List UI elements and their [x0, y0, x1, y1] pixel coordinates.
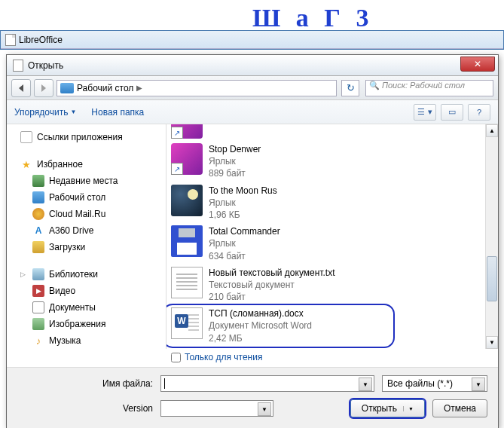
- shortcut-icon: [171, 143, 203, 175]
- sidebar-item-video[interactable]: ▶Видео: [7, 283, 166, 299]
- sidebar-libraries[interactable]: ▷Библиотеки: [7, 266, 166, 283]
- sidebar-item-desktop[interactable]: Рабочий стол: [7, 189, 166, 206]
- link-icon: [20, 131, 32, 143]
- video-icon: ▶: [32, 285, 44, 297]
- file-item[interactable]: Новый текстовый документ.txtТекстовый до…: [166, 264, 485, 306]
- file-list[interactable]: 889 байт Stop DenwerЯрлык889 байт To the…: [166, 124, 485, 349]
- scroll-down-button[interactable]: ▼: [486, 336, 498, 349]
- refresh-button[interactable]: ↻: [341, 80, 359, 96]
- filename-label: Имя файла:: [17, 378, 153, 389]
- refresh-icon: ↻: [347, 82, 355, 93]
- sidebar-favorites[interactable]: ★Избранное: [7, 156, 166, 173]
- dialog-title: Открыть: [28, 60, 460, 71]
- sidebar-app-links[interactable]: Ссылки приложения: [7, 129, 166, 145]
- file-area: 889 байт Stop DenwerЯрлык889 байт To the…: [166, 124, 498, 349]
- chevron-down-icon: ▼: [403, 406, 414, 411]
- sidebar-item-recent[interactable]: Недавние места: [7, 173, 166, 189]
- version-select[interactable]: [160, 400, 273, 417]
- image-icon: [32, 318, 44, 330]
- dialog-titlebar[interactable]: Открыть ✕: [7, 55, 498, 76]
- forward-button[interactable]: [34, 79, 53, 97]
- sidebar-item-documents[interactable]: Документы: [7, 299, 166, 316]
- downloads-icon: [32, 241, 44, 253]
- handwritten-annotation: Ш а Г 3: [252, 4, 373, 32]
- readonly-label[interactable]: Только для чтения: [185, 352, 262, 362]
- file-type-filter[interactable]: Все файлы (*.*): [382, 375, 487, 392]
- help-button[interactable]: ?: [468, 104, 490, 121]
- bottom-panel: Имя файла: Все файлы (*.*) Version Откры…: [7, 367, 498, 428]
- arrow-left-icon: [19, 84, 23, 92]
- document-icon: [32, 301, 44, 313]
- sidebar: Ссылки приложения ★Избранное Недавние ме…: [7, 124, 166, 349]
- library-icon: [32, 268, 44, 280]
- sidebar-item-cloud[interactable]: Cloud Mail.Ru: [7, 206, 166, 222]
- star-icon: ★: [20, 158, 32, 170]
- dialog-icon: [13, 60, 23, 72]
- nav-bar: Рабочий стол ▶ ↻ 🔍Поиск: Рабочий стол: [7, 76, 498, 100]
- text-file-icon: [171, 267, 203, 298]
- close-button[interactable]: ✕: [460, 57, 495, 72]
- chevron-down-icon: ▼: [70, 109, 76, 115]
- open-dialog: Открыть ✕ Рабочий стол ▶ ↻ 🔍Поиск: Рабоч…: [6, 54, 499, 428]
- new-folder-button[interactable]: Новая папка: [91, 107, 144, 118]
- file-item[interactable]: Total CommanderЯрлык634 байт: [166, 223, 485, 264]
- a360-icon: A: [32, 225, 44, 237]
- toolbar: Упорядочить▼ Новая папка ☰ ▾ ▭ ?: [7, 100, 498, 124]
- desktop-icon: [32, 191, 44, 203]
- scrollbar[interactable]: ▲ ▼: [485, 124, 498, 349]
- file-item[interactable]: Stop DenwerЯрлык889 байт: [166, 141, 485, 182]
- file-item[interactable]: 889 байт: [166, 124, 485, 141]
- preview-button[interactable]: ▭: [441, 104, 463, 121]
- view-button[interactable]: ☰ ▾: [414, 104, 436, 121]
- recent-icon: [32, 175, 44, 187]
- breadcrumb[interactable]: Рабочий стол ▶: [57, 80, 337, 96]
- libreoffice-window: LibreOffice: [0, 30, 504, 50]
- breadcrumb-text: Рабочий стол: [77, 83, 133, 93]
- open-button[interactable]: Открыть▼: [350, 399, 425, 417]
- music-icon: ♪: [32, 335, 44, 347]
- filename-input[interactable]: [160, 375, 374, 392]
- cloud-icon: [32, 208, 44, 220]
- desktop-icon: [60, 83, 74, 93]
- expand-icon: ▷: [20, 271, 28, 278]
- scroll-up-button[interactable]: ▲: [486, 124, 498, 137]
- back-button[interactable]: [11, 79, 31, 97]
- organize-button[interactable]: Упорядочить▼: [14, 107, 76, 118]
- scroll-track[interactable]: [486, 137, 498, 336]
- sidebar-item-a360[interactable]: AA360 Drive: [7, 222, 166, 239]
- word-file-icon: [171, 307, 203, 339]
- scroll-thumb[interactable]: [487, 256, 497, 301]
- sidebar-item-images[interactable]: Изображения: [7, 316, 166, 332]
- floppy-icon: [171, 225, 203, 257]
- readonly-checkbox[interactable]: [171, 353, 181, 362]
- cancel-button[interactable]: Отмена: [432, 399, 487, 417]
- sidebar-item-downloads[interactable]: Загрузки: [7, 239, 166, 255]
- sidebar-item-music[interactable]: ♪Музыка: [7, 332, 166, 349]
- main-window-title: LibreOffice: [19, 35, 63, 45]
- readonly-row: Только для чтения: [7, 349, 498, 367]
- chevron-right-icon: ▶: [136, 84, 142, 92]
- app-icon: [171, 185, 203, 216]
- document-icon: [5, 34, 16, 46]
- search-icon: 🔍: [369, 81, 380, 90]
- main-titlebar[interactable]: LibreOffice: [1, 31, 503, 49]
- version-label: Version: [17, 403, 153, 414]
- shortcut-icon: [171, 124, 203, 139]
- file-item-selected[interactable]: ТСП (сломанная).docxДокумент Microsoft W…: [166, 305, 485, 347]
- file-item[interactable]: To the Moon RusЯрлык1,96 КБ: [166, 182, 485, 224]
- search-input[interactable]: 🔍Поиск: Рабочий стол: [365, 80, 493, 96]
- arrow-right-icon: [41, 84, 46, 92]
